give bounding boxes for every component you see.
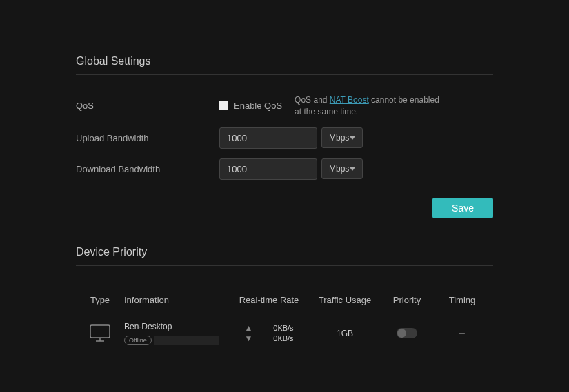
header-type: Type [76,295,124,305]
header-traffic: Traffic Usage [310,295,379,305]
device-name: Ben-Desktop [124,322,228,331]
priority-toggle[interactable] [397,328,417,338]
header-rate: Real-time Rate [228,295,310,305]
header-timing: Timing [435,295,490,305]
download-bandwidth-input[interactable] [219,158,317,180]
device-address-hidden [154,336,219,345]
arrow-up-icon: ▲ [244,324,252,332]
chevron-down-icon [350,167,355,171]
svg-rect-0 [90,325,110,338]
toggle-knob [397,329,406,338]
qos-row: QoS Enable QoS QoS and NAT Boost cannot … [76,94,493,118]
device-row: Ben-Desktop Offline ▲ ▼ 0KB/s 0KB/s 1GB … [76,315,493,352]
qos-label: QoS [76,101,219,111]
monitor-icon [89,324,111,343]
save-button[interactable]: Save [432,198,493,218]
arrow-down-icon: ▼ [244,334,252,342]
download-rate-value: 0KB/s [273,334,293,342]
device-priority-heading: Device Priority [76,246,493,266]
timing-value: – [435,327,490,340]
download-bandwidth-label: Download Bandwidth [76,164,219,174]
status-badge: Offline [124,336,152,345]
enable-qos-checkbox[interactable] [219,101,228,110]
traffic-usage-value: 1GB [310,329,379,338]
chevron-down-icon [350,136,355,140]
header-information: Information [124,295,228,305]
global-settings-heading: Global Settings [76,55,493,75]
upload-unit-select[interactable]: Mbps [321,127,363,148]
device-table-header: Type Information Real-time Rate Traffic … [76,285,493,315]
nat-boost-link[interactable]: NAT Boost [330,95,369,105]
download-unit-select[interactable]: Mbps [321,158,363,179]
upload-bandwidth-input[interactable] [219,127,317,149]
qos-info-text: QoS and NAT Boost cannot be enabled at t… [295,94,439,118]
upload-rate-value: 0KB/s [273,324,293,332]
download-bandwidth-row: Download Bandwidth Mbps [76,158,493,180]
upload-bandwidth-label: Upload Bandwidth [76,133,219,143]
device-type-icon [76,324,124,343]
upload-bandwidth-row: Upload Bandwidth Mbps [76,127,493,149]
enable-qos-label: Enable QoS [234,101,282,111]
header-priority: Priority [379,295,435,305]
